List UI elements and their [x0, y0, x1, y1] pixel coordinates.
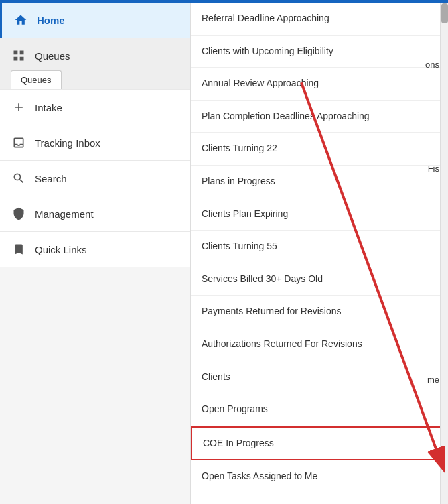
plus-icon	[11, 99, 27, 115]
sidebar-item-home[interactable]: Home	[0, 3, 190, 38]
search-icon	[11, 170, 27, 186]
sidebar-item-queues[interactable]: Queues Queues	[0, 38, 190, 90]
scrollbar-track[interactable]	[440, 3, 448, 504]
sidebar-item-tracking-inbox[interactable]: Tracking Inbox	[0, 125, 190, 161]
main-layout: Home Queues Queues Int	[0, 3, 448, 504]
queues-tab[interactable]: Queues	[11, 70, 62, 89]
menu-item-plan-completion[interactable]: Plan Completion Deadlines Approaching	[191, 101, 448, 133]
menu-item-clients-turning-22[interactable]: Clients Turning 22	[191, 133, 448, 166]
sidebar-label-management: Management	[35, 208, 94, 220]
menu-list: Referral Deadline Approaching Clients wi…	[191, 3, 448, 493]
sidebar-label-intake: Intake	[35, 102, 62, 113]
sidebar-item-search[interactable]: Search	[0, 161, 190, 196]
sidebar-item-quick-links[interactable]: Quick Links	[0, 232, 190, 267]
menu-item-plans-in-progress[interactable]: Plans in Progress	[191, 166, 448, 198]
grid-icon	[11, 48, 27, 64]
menu-item-clients-plan-expiring[interactable]: Clients Plan Expiring	[191, 198, 448, 231]
menu-item-referral-deadline[interactable]: Referral Deadline Approaching	[191, 3, 448, 36]
sidebar: Home Queues Queues Int	[0, 3, 191, 504]
far-right-ons-text: ons	[425, 60, 439, 70]
menu-item-clients-upcoming-eligibility[interactable]: Clients with Upcoming Eligibility	[191, 36, 448, 68]
menu-item-clients-turning-55[interactable]: Clients Turning 55	[191, 231, 448, 263]
scrollbar-thumb[interactable]	[441, 3, 448, 23]
far-right-fis-text: Fis	[428, 164, 439, 174]
sidebar-label-queues: Queues	[35, 50, 70, 62]
menu-item-open-programs[interactable]: Open Programs	[191, 393, 448, 426]
inbox-icon	[11, 135, 27, 151]
right-panel: Referral Deadline Approaching Clients wi…	[191, 3, 448, 504]
sidebar-label-home: Home	[37, 15, 65, 26]
menu-item-clients[interactable]: Clients	[191, 361, 448, 394]
menu-item-open-tasks[interactable]: Open Tasks Assigned to Me	[191, 460, 448, 493]
home-icon	[13, 12, 29, 28]
shield-icon	[11, 206, 27, 222]
sidebar-item-intake[interactable]: Intake	[0, 90, 190, 125]
menu-item-payments-returned[interactable]: Payments Returned for Revisions	[191, 296, 448, 328]
sidebar-label-quick-links: Quick Links	[35, 244, 87, 255]
sidebar-label-tracking-inbox: Tracking Inbox	[35, 137, 100, 149]
menu-item-annual-review[interactable]: Annual Review Approaching	[191, 68, 448, 101]
menu-item-services-billed[interactable]: Services Billed 30+ Days Old	[191, 263, 448, 296]
sidebar-item-management[interactable]: Management	[0, 196, 190, 232]
menu-item-authorizations-returned[interactable]: Authorizations Returned For Revisions	[191, 328, 448, 361]
far-right-me-text: me	[427, 375, 439, 385]
menu-item-coe-in-progress[interactable]: COE In Progress	[191, 426, 448, 461]
bookmark-icon	[11, 241, 27, 257]
sidebar-label-search: Search	[35, 173, 67, 184]
